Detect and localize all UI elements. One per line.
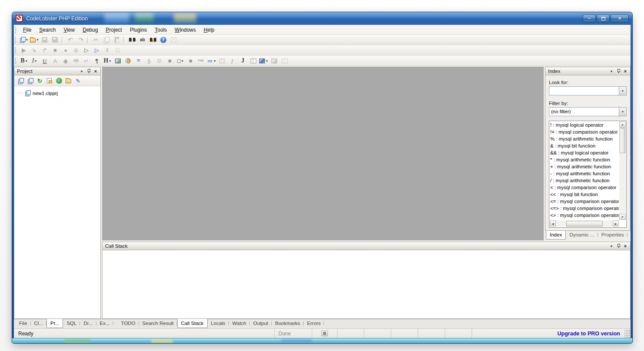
copyright-button[interactable]: © bbox=[155, 56, 164, 65]
toolbar-grip[interactable] bbox=[15, 37, 17, 43]
clear-breakpoints-button[interactable]: ⊘ bbox=[71, 46, 81, 55]
toolbar-grip[interactable] bbox=[15, 27, 17, 33]
stop-debug-button[interactable]: ■ bbox=[50, 46, 60, 55]
script-button[interactable]: J bbox=[238, 56, 248, 65]
scrollbar-thumb[interactable] bbox=[620, 128, 625, 153]
pin-icon[interactable] bbox=[85, 68, 92, 75]
align-top-button[interactable]: ≡ bbox=[186, 56, 195, 65]
pin-icon[interactable] bbox=[615, 68, 622, 75]
index-list-item[interactable]: << : mysql bit function bbox=[550, 191, 619, 198]
redo-button[interactable]: ↷ bbox=[76, 36, 86, 44]
upload-button[interactable] bbox=[55, 77, 63, 85]
index-list-item[interactable]: ! : mysql logical operator bbox=[550, 121, 619, 128]
add-folder-button[interactable] bbox=[26, 77, 34, 85]
panel-tab[interactable]: Dynamic ... bbox=[566, 231, 598, 239]
call-stack-content[interactable] bbox=[102, 250, 630, 318]
scrollbar-thumb[interactable] bbox=[566, 221, 603, 226]
div-button[interactable]: □ bbox=[175, 56, 185, 65]
properties-button[interactable] bbox=[45, 77, 53, 85]
run-button[interactable]: ▶ bbox=[19, 46, 29, 55]
panel-menu-icon[interactable]: ▼ bbox=[608, 68, 615, 75]
index-list-item[interactable]: - : mysql arithmetic function bbox=[550, 170, 619, 177]
menu-item[interactable]: Search bbox=[35, 26, 59, 34]
find-in-files-button[interactable] bbox=[148, 36, 158, 44]
pause-button[interactable]: ‖ bbox=[102, 46, 112, 55]
frame-button[interactable] bbox=[248, 56, 258, 65]
bottom-tab[interactable]: Watch bbox=[229, 319, 250, 328]
settings-button[interactable]: ✎ bbox=[74, 77, 82, 85]
stop-button[interactable]: □ bbox=[113, 46, 122, 55]
new-file-button[interactable] bbox=[19, 36, 29, 44]
step-over-button[interactable]: ↱ bbox=[40, 46, 50, 55]
close-icon[interactable]: × bbox=[622, 243, 629, 249]
index-list-item[interactable]: <> : mysql comparison operator bbox=[550, 212, 619, 219]
line-break-button[interactable]: ↵ bbox=[82, 56, 91, 65]
copy-button[interactable] bbox=[102, 36, 111, 44]
object-button[interactable] bbox=[259, 56, 268, 65]
font-button[interactable]: A bbox=[50, 56, 60, 65]
breakpoint-button[interactable]: ● bbox=[61, 46, 70, 55]
image-map-button[interactable] bbox=[269, 56, 279, 65]
panel-menu-icon[interactable]: ▼ bbox=[78, 68, 85, 75]
combo-dropdown-icon[interactable]: ▼ bbox=[619, 108, 626, 116]
toolbar-grip[interactable] bbox=[15, 47, 17, 53]
open-file-button[interactable] bbox=[30, 36, 39, 44]
insert-image-button[interactable] bbox=[113, 56, 122, 65]
nbsp-button[interactable]: nb bbox=[71, 56, 81, 65]
anchor-button[interactable] bbox=[123, 56, 133, 65]
index-list-item[interactable]: * : mysql arithmetic function bbox=[550, 156, 619, 163]
menu-item[interactable]: Project bbox=[102, 26, 126, 34]
help-button[interactable] bbox=[159, 36, 168, 44]
bottom-tab[interactable]: Errors bbox=[304, 319, 324, 328]
panel-tab[interactable]: Index bbox=[546, 231, 566, 239]
save-button[interactable] bbox=[40, 36, 50, 44]
replace-button[interactable]: ab bbox=[138, 36, 147, 44]
index-list-item[interactable]: <=> : mysql comparison operator bbox=[550, 205, 619, 212]
index-list-item[interactable]: && : mysql logical operator bbox=[550, 149, 619, 156]
bold-button[interactable]: B bbox=[19, 56, 29, 65]
index-list-item[interactable]: <= : mysql comparison operator bbox=[550, 198, 619, 205]
menu-item[interactable]: Debug bbox=[79, 26, 102, 34]
menu-item[interactable]: Windows bbox=[171, 26, 200, 34]
index-list-item[interactable]: < : mysql comparison operator bbox=[550, 184, 619, 191]
run-in-browser-button[interactable]: ▷ bbox=[92, 46, 102, 55]
table-button[interactable] bbox=[217, 56, 227, 65]
bottom-tab[interactable]: Output bbox=[250, 319, 272, 328]
combo-dropdown-icon[interactable]: ▼ bbox=[619, 87, 626, 95]
menu-item[interactable]: Tools bbox=[151, 26, 171, 34]
resize-grip[interactable] bbox=[624, 329, 631, 338]
filter-by-combobox[interactable]: (no filter) ▼ bbox=[549, 107, 627, 116]
scroll-down-icon[interactable]: ▼ bbox=[619, 214, 626, 220]
bottom-tab[interactable]: Bookmarks bbox=[272, 319, 304, 328]
bottom-tab[interactable]: Dr... bbox=[80, 319, 96, 328]
scroll-left-icon[interactable]: ◀ bbox=[550, 220, 556, 226]
justify-button[interactable]: ≡ bbox=[165, 56, 175, 65]
horizontal-scrollbar[interactable]: ◀ ▶ bbox=[550, 220, 619, 227]
close-icon[interactable]: × bbox=[622, 68, 629, 75]
pin-icon[interactable] bbox=[615, 243, 622, 249]
paragraph-button[interactable]: ¶ bbox=[92, 56, 102, 65]
menu-item[interactable]: Plugins bbox=[126, 26, 151, 34]
close-icon[interactable]: × bbox=[92, 68, 99, 75]
upgrade-link[interactable]: Upgrade to PRO version bbox=[472, 329, 624, 338]
pre-button[interactable]: PRE bbox=[196, 56, 206, 65]
form-button[interactable]: ƒ bbox=[228, 56, 237, 65]
bottom-tab[interactable]: File bbox=[16, 319, 31, 328]
panel-menu-icon[interactable]: ▼ bbox=[608, 243, 615, 249]
menu-item[interactable]: File bbox=[19, 26, 35, 34]
minimize-button[interactable]: – bbox=[583, 15, 596, 22]
project-tree-item[interactable]: new1.clpprj bbox=[16, 90, 99, 96]
save-all-button[interactable] bbox=[50, 36, 60, 44]
vertical-scrollbar[interactable]: ▲ ▼ bbox=[619, 121, 626, 220]
horizontal-rule-button[interactable]: = bbox=[134, 56, 143, 65]
bottom-tab[interactable]: Ex... bbox=[96, 319, 113, 328]
close-button[interactable]: × bbox=[611, 15, 629, 22]
index-list-item[interactable]: / : mysql arithmetic function bbox=[550, 177, 619, 184]
find-button[interactable] bbox=[127, 36, 137, 44]
list-button[interactable]: ≔ bbox=[207, 56, 216, 65]
refresh-button[interactable]: ↻ bbox=[36, 77, 44, 85]
explore-button[interactable] bbox=[64, 77, 73, 85]
bottom-tab[interactable]: Call Stack bbox=[177, 319, 208, 328]
toolbar-grip[interactable] bbox=[15, 58, 17, 64]
bottom-tab[interactable]: Cl... bbox=[31, 319, 46, 328]
